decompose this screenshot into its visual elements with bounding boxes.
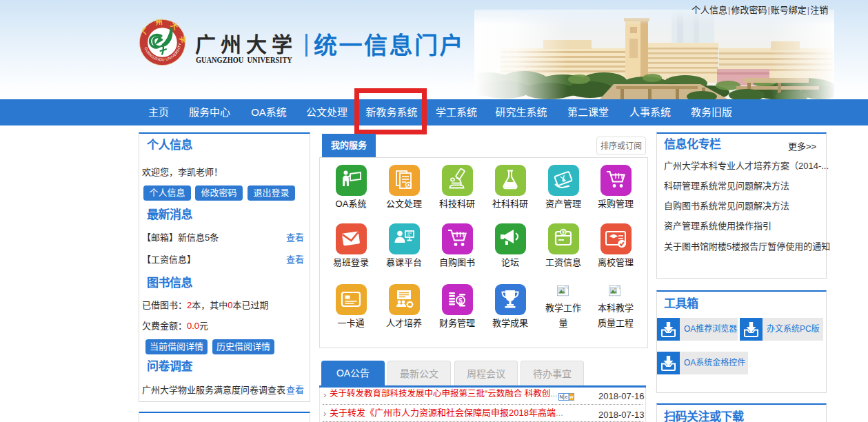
svg-text:N: N [559,394,563,400]
svg-text:$: $ [458,297,463,305]
svg-text:w: w [569,394,574,400]
svg-text:e: e [565,394,567,400]
